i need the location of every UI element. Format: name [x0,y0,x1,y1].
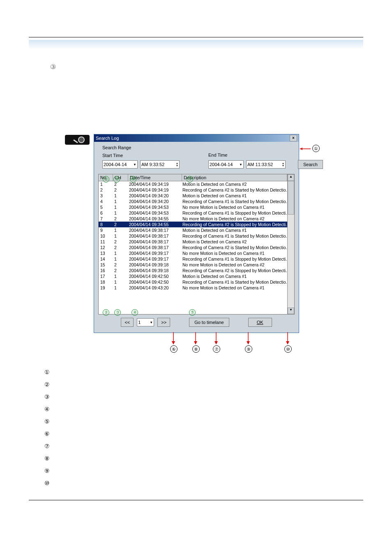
cell-ch: 1 [113,256,127,262]
search-range-label: Search Range [102,145,295,150]
search-log-window: Search Log × Search Range Start Time 200… [94,134,299,333]
cell-desc: No more Motion is Detected on Camera #1 [181,250,287,256]
table-row[interactable]: 222004/04/14 09:34:19Recording of Camera… [99,187,287,193]
ok-button[interactable]: OK [248,318,272,327]
cell-no: 19 [99,285,113,291]
table-row[interactable]: 1712004/04/14 09:42:50Motion is Detected… [99,273,287,279]
table-row[interactable]: 122004/04/14 09:34:19Motion is Detected … [99,181,287,187]
callout-4b: ④ [130,176,136,183]
cell-ch: 1 [113,233,127,239]
table-row[interactable]: 1012004/04/14 09:38:17Recording of Camer… [99,233,287,239]
titlebar[interactable]: Search Log × [94,134,299,142]
start-time-spinner[interactable]: AM 9:33:52 ▲▼ [140,160,180,169]
cell-desc: No more Motion is Detected on Camera #1 [181,285,287,291]
legend-item: ⑨ [43,465,51,477]
callout-6: ⑥ [170,345,178,353]
legend-num: ④ [43,403,51,415]
table-row[interactable]: 1222004/04/14 09:38:17Recording of Camer… [99,245,287,250]
table-row[interactable]: 1412004/04/14 09:39:17Recording of Camer… [99,256,287,262]
legend-num: ⑦ [43,440,51,452]
table-row[interactable]: 822004/04/14 09:34:55Recording of Camera… [99,222,287,227]
svg-marker-9 [194,341,197,345]
table-row[interactable]: 1522004/04/14 09:39:18No more Motion is … [99,262,287,268]
svg-marker-15 [286,341,289,345]
spinner-arrows-icon: ▲▼ [282,162,284,167]
cell-desc: Recording of Camera #1 is Stopped by Mot… [181,210,287,216]
cell-desc: Motion is Detected on Camera #1 [181,193,287,199]
cell-desc: Recording of Camera #2 is Started by Mot… [181,245,287,250]
end-time-label: End Time [208,153,323,157]
col-description[interactable]: Description [182,174,287,181]
scroll-up-icon[interactable]: ▲ [288,174,294,181]
cell-dt: 2004/04/14 09:38:17 [127,227,181,233]
table-row[interactable]: 1912004/04/14 09:43:20No more Motion is … [99,285,287,291]
cell-desc: Motion is Detected on Camera #2 [181,239,287,245]
page-combo[interactable]: 1 ▼ [137,318,154,326]
chevron-down-icon: ▼ [239,163,242,166]
cell-no: 11 [99,239,113,245]
table-row[interactable]: 412004/04/14 09:34:20Recording of Camera… [99,199,287,204]
svg-marker-11 [214,341,218,345]
cell-ch: 1 [113,285,127,291]
prev-page-button[interactable]: << [121,318,134,327]
table-row[interactable]: 1812004/04/14 09:42:50Recording of Camer… [99,279,287,285]
cell-no: 14 [99,256,113,262]
cell-ch: 1 [113,210,127,216]
search-button[interactable]: Search [298,160,323,169]
legend-item: ⑩ [43,477,51,489]
cell-dt: 2004/04/14 09:34:53 [127,204,181,210]
table-row[interactable]: 1622004/04/14 09:39:18Recording of Camer… [99,268,287,273]
legend-num: ⑤ [43,415,51,428]
next-page-button[interactable]: >> [157,318,170,327]
callout-arrow-1 [300,146,312,152]
scroll-track[interactable] [288,181,294,308]
cell-dt: 2004/04/14 09:39:17 [127,250,181,256]
callout-1: ① [312,145,320,152]
svg-point-2 [79,137,84,142]
scroll-thumb[interactable] [288,181,294,215]
svg-rect-0 [65,135,90,145]
goto-timelane-button[interactable]: Go to timelane [189,318,229,327]
svg-marker-7 [172,341,175,345]
cell-ch: 2 [113,216,127,222]
legend-item: ③ [43,391,51,403]
table-row[interactable]: 1312004/04/14 09:39:17No more Motion is … [99,250,287,256]
cell-desc: Recording of Camera #1 is Started by Mot… [181,199,287,204]
start-date-combo[interactable]: 2004-04-14 ▼ [102,160,138,169]
callout-arrow-10 [285,332,290,345]
cell-dt: 2004/04/14 09:34:20 [127,199,181,204]
close-icon[interactable]: × [290,135,297,141]
end-time-spinner[interactable]: AM 11:33:52 ▲▼ [246,160,286,169]
chevron-down-icon: ▼ [150,321,153,324]
legend-item: ① [43,366,51,378]
end-time-value: AM 11:33:52 [247,162,273,167]
cell-desc: No more Motion is Detected on Camera #1 [181,204,287,210]
cell-desc: Recording of Camera #2 is Stopped by Mot… [181,268,287,273]
cell-ch: 1 [113,279,127,285]
vertical-scrollbar[interactable]: ▲ ▼ [287,174,294,314]
cell-ch: 2 [113,239,127,245]
cell-ch: 1 [113,204,127,210]
end-date-combo[interactable]: 2004-04-14 ▼ [208,160,244,169]
cell-desc: Recording of Camera #1 is Started by Mot… [181,279,287,285]
cell-ch: 2 [113,268,127,273]
cell-no: 3 [99,193,113,199]
table-row[interactable]: 312004/04/14 09:34:20Motion is Detected … [99,193,287,199]
table-row[interactable]: 1122004/04/14 09:38:17Motion is Detected… [99,239,287,245]
start-time-label: Start Time [102,153,180,158]
legend-item: ④ [43,403,51,415]
cell-no: 18 [99,279,113,285]
table-row[interactable]: 912004/04/14 09:38:17Motion is Detected … [99,227,287,233]
table-row[interactable]: 722004/04/14 09:34:55No more Motion is D… [99,216,287,222]
cell-no: 13 [99,250,113,256]
table-row[interactable]: 612004/04/14 09:34:53Recording of Camera… [99,210,287,216]
cell-no: 8 [99,222,113,227]
legend-num: ② [43,378,51,391]
legend-item: ⑤ [43,415,51,428]
cell-no: 10 [99,233,113,239]
table-row[interactable]: 512004/04/14 09:34:53No more Motion is D… [99,204,287,210]
cell-no: 5 [99,204,113,210]
legend-num: ⑥ [43,428,51,440]
scroll-down-icon[interactable]: ▼ [288,308,294,314]
cell-desc: Recording of Camera #1 is Started by Mot… [181,233,287,239]
